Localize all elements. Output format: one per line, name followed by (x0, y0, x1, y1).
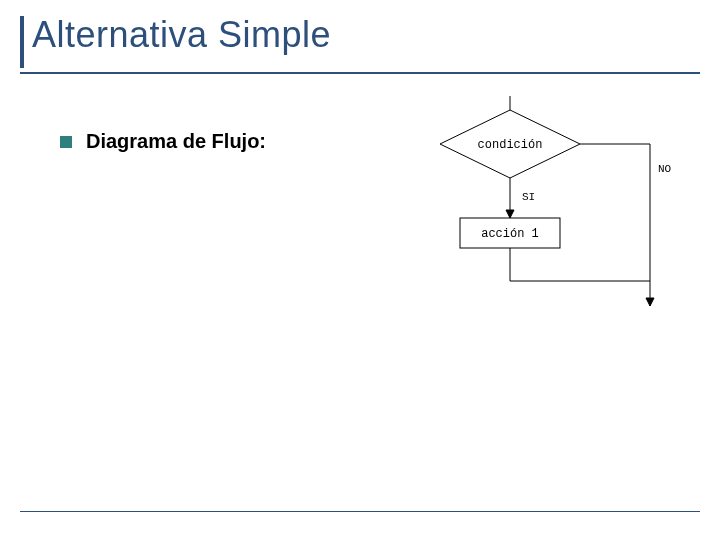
decision-text: condición (478, 138, 543, 152)
bullet-item: Diagrama de Flujo: (60, 130, 266, 153)
slide: Alternativa Simple Diagrama de Flujo: co… (0, 0, 720, 540)
no-line (580, 144, 650, 281)
title-block: Alternativa Simple (20, 14, 331, 56)
action-text: acción 1 (481, 227, 539, 241)
title-accent-bar (20, 16, 24, 68)
title-underline (20, 72, 700, 74)
bullet-label: Diagrama de Flujo: (86, 130, 266, 153)
flowchart-diagram: condición SI acción 1 NO (380, 96, 690, 316)
bullet-icon (60, 136, 72, 148)
exit-arrowhead-icon (646, 298, 654, 306)
slide-title: Alternativa Simple (20, 14, 331, 56)
no-label: NO (658, 163, 672, 175)
yes-label: SI (522, 191, 535, 203)
footer-rule (20, 511, 700, 512)
yes-arrowhead-icon (506, 210, 514, 218)
